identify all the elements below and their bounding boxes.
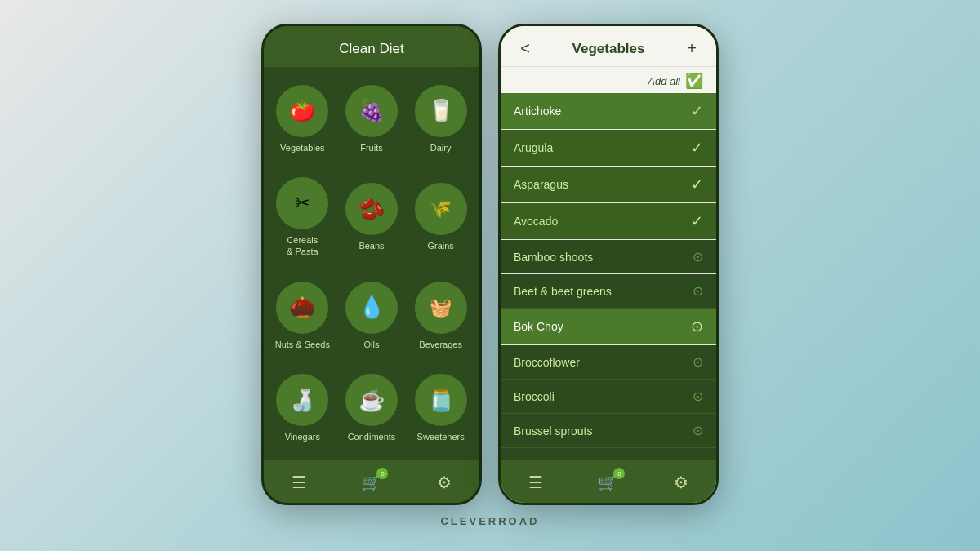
veg-item-arugula[interactable]: Arugula ✓ <box>501 130 716 167</box>
veg-name-arugula: Arugula <box>514 141 553 154</box>
phone1-cart-button[interactable]: 🛒 0 <box>361 473 381 492</box>
phones-container: Clean Diet 🍅 Vegetables 🍇 Fruits 🥛 Dairy… <box>261 24 719 505</box>
cart-badge: 0 <box>376 468 388 479</box>
cart-badge-2: 0 <box>613 468 625 479</box>
veg-check-arugula: ✓ <box>691 139 703 157</box>
brand-label: CLEVERROAD <box>440 515 539 527</box>
phone2-menu-button[interactable]: ☰ <box>528 473 543 492</box>
add-all-label: Add all <box>648 75 680 87</box>
grains-icon: 🌾 <box>415 183 467 235</box>
categories-grid: 🍅 Vegetables 🍇 Fruits 🥛 Dairy ✂ Cereals&… <box>264 67 479 460</box>
veg-check-beet: ⊙ <box>693 283 703 299</box>
category-condiments[interactable]: ☕ Condiments <box>340 365 404 452</box>
phone2-header: < Vegetables + <box>501 26 716 67</box>
category-oils[interactable]: 💧 Oils <box>340 272 404 359</box>
sweeteners-icon: 🫙 <box>415 374 467 426</box>
phone1-bottom-nav: ☰ 🛒 0 ⚙ <box>264 460 479 503</box>
veg-name-beet: Beet & beet greens <box>514 285 612 298</box>
add-all-check-icon: ✅ <box>685 72 703 90</box>
category-cereals[interactable]: ✂ Cereals& Pasta <box>270 167 335 267</box>
vinegars-icon: 🍶 <box>276 374 328 426</box>
settings-icon: ⚙ <box>437 473 452 492</box>
category-beans[interactable]: 🫘 Beans <box>340 167 404 267</box>
vegetables-icon: 🍅 <box>276 85 328 137</box>
dairy-icon: 🥛 <box>415 85 467 137</box>
veg-item-bokchoy[interactable]: Bok Choy ⊙ <box>501 309 716 345</box>
beverages-label: Beverages <box>419 339 462 350</box>
veg-check-bamboo: ⊙ <box>693 249 703 264</box>
phone2-settings-button[interactable]: ⚙ <box>674 473 688 492</box>
phone1-header: Clean Diet <box>264 26 479 67</box>
category-dairy[interactable]: 🥛 Dairy <box>408 75 473 162</box>
beverages-icon: 🧺 <box>415 282 467 334</box>
fruits-label: Fruits <box>360 142 383 153</box>
veg-item-brussel[interactable]: Brussel sprouts ⊙ <box>501 414 716 448</box>
phone2-cart-button[interactable]: 🛒 0 <box>598 473 618 492</box>
hamburger-icon: ☰ <box>292 473 306 492</box>
beans-label: Beans <box>359 240 384 251</box>
phone-vegetables: < Vegetables + Add all ✅ Artichoke ✓ Aru… <box>498 24 719 505</box>
condiments-icon: ☕ <box>345 374 398 426</box>
veg-name-asparagus: Asparagus <box>514 178 568 191</box>
veg-name-bamboo: Bamboo shoots <box>514 251 593 264</box>
veg-name-broccoli: Broccoli <box>514 390 555 403</box>
cereals-icon: ✂ <box>276 177 328 229</box>
veg-name-brussel: Brussel sprouts <box>514 424 592 438</box>
phone1-settings-button[interactable]: ⚙ <box>437 473 452 492</box>
beans-icon: 🫘 <box>345 183 398 235</box>
category-grains[interactable]: 🌾 Grains <box>408 167 473 267</box>
veg-name-artichoke: Artichoke <box>514 104 561 118</box>
vegetables-label: Vegetables <box>280 142 324 153</box>
phone-clean-diet: Clean Diet 🍅 Vegetables 🍇 Fruits 🥛 Dairy… <box>261 24 482 505</box>
veg-check-asparagus: ✓ <box>691 176 703 193</box>
veg-item-broccoli[interactable]: Broccoli ⊙ <box>501 380 716 414</box>
veg-check-brussel: ⊙ <box>693 423 703 438</box>
veg-name-broccoflower: Broccoflower <box>514 356 580 369</box>
category-nuts[interactable]: 🌰 Nuts & Seeds <box>270 272 335 359</box>
oils-icon: 💧 <box>345 282 398 334</box>
veg-item-avocado[interactable]: Avocado ✓ <box>501 203 716 240</box>
category-fruits[interactable]: 🍇 Fruits <box>340 75 404 162</box>
veg-check-broccoli: ⊙ <box>693 389 703 404</box>
category-vinegars[interactable]: 🍶 Vinegars <box>270 365 335 452</box>
veg-name-bokchoy: Bok Choy <box>514 320 564 333</box>
nuts-icon: 🌰 <box>276 282 328 334</box>
add-button[interactable]: + <box>680 39 703 58</box>
oils-label: Oils <box>364 339 380 350</box>
dairy-label: Dairy <box>430 142 452 153</box>
category-vegetables[interactable]: 🍅 Vegetables <box>270 75 335 162</box>
phone2-bottom-nav: ☰ 🛒 0 ⚙ <box>501 460 716 503</box>
veg-item-broccoflower[interactable]: Broccoflower ⊙ <box>501 345 716 380</box>
hamburger-icon-2: ☰ <box>528 473 543 492</box>
cereals-label: Cereals& Pasta <box>287 234 318 258</box>
nuts-label: Nuts & Seeds <box>275 339 330 350</box>
veg-item-asparagus[interactable]: Asparagus ✓ <box>501 167 716 203</box>
fruits-icon: 🍇 <box>345 85 398 137</box>
veg-name-avocado: Avocado <box>514 215 558 228</box>
veg-item-beet[interactable]: Beet & beet greens ⊙ <box>501 274 716 309</box>
veg-item-bamboo[interactable]: Bamboo shoots ⊙ <box>501 240 716 274</box>
phone1-title: Clean Diet <box>339 41 403 56</box>
veg-check-broccoflower: ⊙ <box>693 354 703 370</box>
vegetable-list: Artichoke ✓ Arugula ✓ Asparagus ✓ Avocad… <box>501 93 716 460</box>
condiments-label: Condiments <box>348 431 396 442</box>
category-sweeteners[interactable]: 🫙 Sweeteners <box>408 365 473 452</box>
phone2-title: Vegetables <box>537 41 680 57</box>
add-all-row[interactable]: Add all ✅ <box>501 67 716 93</box>
category-beverages[interactable]: 🧺 Beverages <box>408 272 473 359</box>
settings-icon-2: ⚙ <box>674 473 688 492</box>
veg-check-artichoke: ✓ <box>691 102 703 120</box>
veg-check-bokchoy: ⊙ <box>691 318 703 335</box>
veg-item-cabbage[interactable]: Cabbage ⊙ <box>501 448 716 460</box>
phone1-menu-button[interactable]: ☰ <box>292 473 306 492</box>
sweeteners-label: Sweeteners <box>417 431 465 442</box>
vinegars-label: Vinegars <box>285 431 320 442</box>
back-button[interactable]: < <box>514 39 537 58</box>
grains-label: Grains <box>427 240 453 251</box>
veg-item-artichoke[interactable]: Artichoke ✓ <box>501 93 716 130</box>
veg-check-avocado: ✓ <box>691 212 703 230</box>
